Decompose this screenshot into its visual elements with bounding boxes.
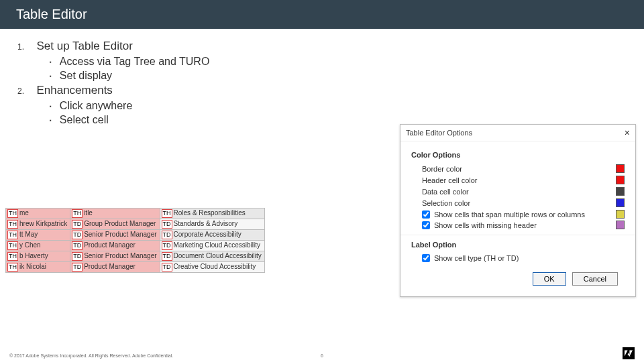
table-cell: TDProduct Manager bbox=[70, 241, 160, 251]
show-cell-type-label: Show cell type (TH or TD) bbox=[434, 254, 519, 262]
cell-tag-badge: TH bbox=[162, 209, 172, 218]
cell-tag-badge: TH bbox=[7, 263, 18, 272]
table-cell: THtt May bbox=[6, 230, 70, 241]
outline-text-2: Enhancements bbox=[36, 84, 112, 97]
show-cell-type-row: Show cell type (TH or TD) bbox=[422, 254, 625, 262]
span-cells-checkbox[interactable] bbox=[422, 210, 430, 219]
table-editor-sample: THmeTHitleTHRoles & ResponsibilitiesTHhr… bbox=[5, 208, 265, 273]
cell-tag-badge: TH bbox=[7, 252, 18, 261]
cell-tag-badge: TH bbox=[7, 220, 18, 229]
show-cell-type-checkbox[interactable] bbox=[422, 254, 430, 262]
copyright: © 2017 Adobe Systems Incorporated. All R… bbox=[9, 353, 173, 358]
header-cell-color-swatch[interactable] bbox=[616, 176, 625, 184]
close-icon[interactable]: × bbox=[625, 127, 630, 138]
outline-item-1: 1. Set up Table Editor bbox=[17, 40, 639, 53]
outline-sub-1-2: Set display bbox=[17, 70, 639, 82]
outline-text-1: Set up Table Editor bbox=[36, 40, 132, 52]
table-cell: TDGroup Product Manager bbox=[70, 219, 160, 230]
selection-color-row: Selection color bbox=[422, 198, 625, 207]
table-cell: THik Nicolai bbox=[6, 262, 70, 273]
span-cells-label: Show cells that span multiple rows or co… bbox=[434, 210, 585, 219]
cell-tag-badge: TD bbox=[162, 231, 172, 239]
table-cell: TDMarketing Cloud Accessibility bbox=[160, 241, 264, 251]
table-cell: TDDocument Cloud Accessibility bbox=[160, 251, 264, 262]
span-cells-check-row: Show cells that span multiple rows or co… bbox=[422, 210, 625, 219]
span-cells-swatch[interactable] bbox=[616, 210, 625, 219]
cell-tag-badge: TH bbox=[7, 231, 18, 239]
table-cell: THme bbox=[6, 208, 70, 219]
data-cell-color-row: Data cell color bbox=[422, 187, 625, 196]
dialog-titlebar: Table Editor Options × bbox=[400, 125, 635, 141]
adobe-logo bbox=[623, 347, 635, 359]
footer: © 2017 Adobe Systems Incorporated. All R… bbox=[0, 353, 644, 358]
data-cell-color-swatch[interactable] bbox=[616, 187, 625, 196]
missing-header-checkbox[interactable] bbox=[422, 221, 430, 229]
table-cell: TDSenior Product Manager bbox=[70, 230, 160, 241]
cell-tag-badge: TD bbox=[72, 241, 83, 250]
missing-header-check-row: Show cells with missing header bbox=[422, 221, 625, 229]
table-cell: THy Chen bbox=[6, 241, 70, 251]
header-cell-color-row: Header cell color bbox=[422, 176, 625, 184]
dialog-button-bar: OK Cancel bbox=[411, 264, 625, 292]
header-cell-color-label: Header cell color bbox=[422, 176, 478, 184]
table-cell: TDSenior Product Manager bbox=[70, 251, 160, 262]
cell-tag-badge: TH bbox=[7, 209, 18, 218]
border-color-swatch[interactable] bbox=[616, 164, 625, 173]
outline-sub-2-1: Click anywhere bbox=[17, 100, 639, 112]
border-color-label: Border color bbox=[422, 165, 462, 173]
border-color-row: Border color bbox=[422, 164, 625, 173]
missing-header-label: Show cells with missing header bbox=[434, 221, 537, 229]
outline: 1. Set up Table Editor Access via Tag Tr… bbox=[0, 29, 644, 133]
cell-tag-badge: TD bbox=[162, 241, 172, 250]
cell-tag-badge: TD bbox=[72, 252, 83, 261]
cell-tag-badge: TD bbox=[72, 220, 83, 229]
page-number: 6 bbox=[321, 353, 323, 358]
selection-color-swatch[interactable] bbox=[616, 198, 625, 207]
cell-tag-badge: TD bbox=[162, 263, 172, 272]
selection-color-label: Selection color bbox=[422, 199, 470, 207]
cell-tag-badge: TD bbox=[72, 263, 83, 272]
outline-sub-1-1: Access via Tag Tree and TURO bbox=[17, 56, 639, 68]
cell-tag-badge: TD bbox=[72, 231, 83, 239]
table-cell: TDCorporate Accessibility bbox=[160, 230, 264, 241]
table-cell: TDProduct Manager bbox=[70, 262, 160, 273]
cancel-button[interactable]: Cancel bbox=[572, 272, 618, 286]
table-cell: TDStandards & Advisory bbox=[160, 219, 264, 230]
missing-header-swatch[interactable] bbox=[616, 221, 625, 229]
cell-tag-badge: TH bbox=[7, 241, 18, 250]
cell-tag-badge: TD bbox=[162, 220, 172, 229]
slide-title: Table Editor bbox=[16, 7, 87, 21]
dialog-title: Table Editor Options bbox=[406, 129, 472, 137]
ok-button[interactable]: OK bbox=[533, 272, 566, 286]
outline-num-2: 2. bbox=[17, 86, 34, 96]
data-cell-color-label: Data cell color bbox=[422, 188, 469, 196]
color-options-heading: Color Options bbox=[411, 151, 625, 159]
slide-title-bar: Table Editor bbox=[0, 0, 644, 29]
sample-table: THmeTHitleTHRoles & ResponsibilitiesTHhr… bbox=[5, 208, 265, 273]
cell-tag-badge: TH bbox=[72, 209, 83, 218]
outline-num-1: 1. bbox=[17, 42, 34, 52]
outline-item-2: 2. Enhancements bbox=[17, 84, 639, 97]
table-cell: THhrew Kirkpatrick bbox=[6, 219, 70, 230]
table-cell: THb Haverty bbox=[6, 251, 70, 262]
table-cell: THRoles & Responsibilities bbox=[160, 208, 264, 219]
cell-tag-badge: TD bbox=[162, 252, 172, 261]
table-cell: TDCreative Cloud Accessibility bbox=[160, 262, 264, 273]
table-cell: THitle bbox=[70, 208, 160, 219]
label-option-heading: Label Option bbox=[411, 241, 625, 249]
table-editor-options-dialog: Table Editor Options × Color Options Bor… bbox=[400, 124, 636, 297]
